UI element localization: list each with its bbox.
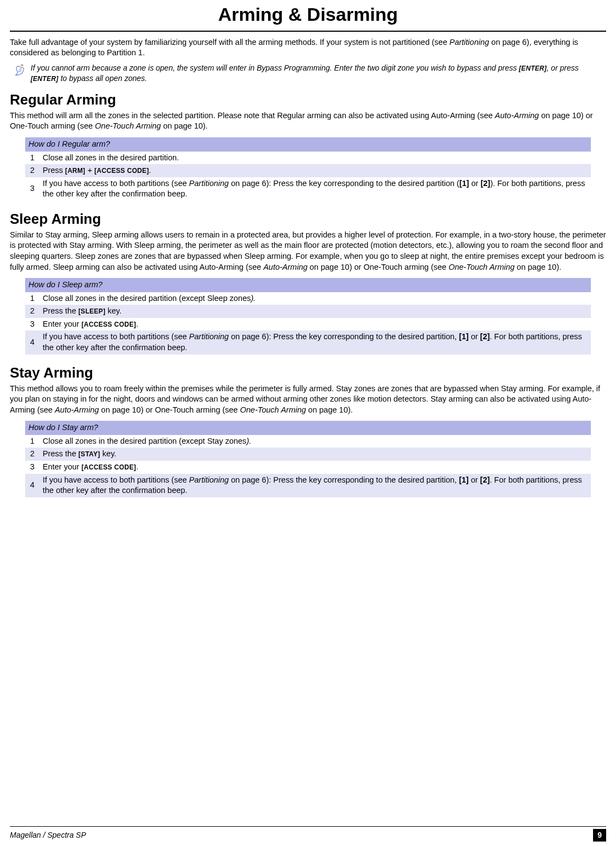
sa-b: on page 10) or One-Touch arming (see — [307, 263, 449, 271]
st-c: on page 10). — [306, 405, 352, 414]
note-icon — [14, 63, 26, 77]
note-t2: , or press — [547, 63, 578, 72]
sleep-arm-steps: How do I Sleep arm? 1Close all zones in … — [25, 278, 591, 354]
step-num: 3 — [25, 177, 39, 201]
regular-arming-body: This method will arm all the zones in th… — [10, 111, 606, 132]
bypass-note: If you cannot arm because a zone is open… — [14, 63, 606, 84]
ra-ref2: One-Touch Arming — [95, 121, 161, 130]
table-row: 2Press [ARM] + [ACCESS CODE]. — [25, 164, 591, 177]
st-ref1: Auto-Arming — [55, 405, 99, 414]
regular-arm-steps: How do I Regular arm? 1Close all zones i… — [25, 137, 591, 201]
stay-table-header: How do I Stay arm? — [25, 421, 591, 435]
intro-paragraph: Take full advantage of your system by fa… — [10, 37, 606, 59]
table-row: 2Press the [STAY] key. — [25, 448, 591, 461]
ra-c: on page 10). — [161, 121, 207, 130]
step-text: If you have access to both partitions (s… — [39, 177, 591, 201]
step-num: 1 — [25, 292, 39, 305]
table-row: 3Enter your [ACCESS CODE]. — [25, 318, 591, 331]
st-b: on page 10) or One-Touch arming (see — [99, 405, 240, 414]
table-row: 4If you have access to both partitions (… — [25, 330, 591, 354]
table-row: 1Close all zones in the desired partitio… — [25, 292, 591, 305]
step-num: 2 — [25, 164, 39, 177]
sleep-arming-body: Similar to Stay arming, Sleep arming all… — [10, 230, 606, 272]
table-row: 1Close all zones in the desired partitio… — [25, 152, 591, 165]
step-num: 1 — [25, 152, 39, 165]
step-text: Enter your [ACCESS CODE]. — [39, 461, 591, 474]
step-text: If you have access to both partitions (s… — [39, 330, 591, 354]
intro-text-a: Take full advantage of your system by fa… — [10, 38, 450, 47]
stay-arming-heading: Stay Arming — [10, 363, 606, 382]
step-text: Press [ARM] + [ACCESS CODE]. — [39, 164, 591, 177]
page-footer: Magellan / Spectra SP 9 — [10, 826, 606, 842]
ra-ref1: Auto-Arming — [495, 111, 539, 120]
table-row: 3Enter your [ACCESS CODE]. — [25, 461, 591, 474]
step-num: 2 — [25, 448, 39, 461]
note-t3: to bypass all open zones. — [59, 74, 147, 83]
page-title: Arming & Disarming — [10, 0, 606, 32]
note-key2: [ENTER] — [31, 74, 59, 83]
table-row: 4If you have access to both partitions (… — [25, 474, 591, 497]
note-key1: [ENTER] — [519, 63, 547, 72]
table-row: 2Press the [SLEEP] key. — [25, 305, 591, 318]
step-text: Press the [STAY] key. — [39, 448, 591, 461]
step-num: 3 — [25, 461, 39, 474]
footer-page-number: 9 — [593, 829, 606, 842]
sa-ref1: Auto-Arming — [263, 263, 307, 271]
note-t1: If you cannot arm because a zone is open… — [31, 63, 519, 72]
stay-arm-steps: How do I Stay arm? 1Close all zones in t… — [25, 421, 591, 497]
note-text: If you cannot arm because a zone is open… — [31, 63, 606, 84]
sleep-arming-heading: Sleep Arming — [10, 210, 606, 229]
step-num: 4 — [25, 330, 39, 354]
step-text: Close all zones in the desired partition… — [39, 152, 591, 165]
ra-a: This method will arm all the zones in th… — [10, 111, 495, 120]
table-row: 1Close all zones in the desired partitio… — [25, 435, 591, 448]
sa-ref2: One-Touch Arming — [449, 263, 515, 271]
step-text: Press the [SLEEP] key. — [39, 305, 591, 318]
step-text: Close all zones in the desired partition… — [39, 435, 591, 448]
footer-product: Magellan / Spectra SP — [10, 830, 86, 840]
stay-arming-body: This method allows you to roam freely wi… — [10, 384, 606, 416]
table-row: 3If you have access to both partitions (… — [25, 177, 591, 201]
step-num: 3 — [25, 318, 39, 331]
st-ref2: One-Touch Arming — [240, 405, 306, 414]
regular-table-header: How do I Regular arm? — [25, 137, 591, 152]
step-num: 1 — [25, 435, 39, 448]
sleep-table-header: How do I Sleep arm? — [25, 278, 591, 292]
step-num: 2 — [25, 305, 39, 318]
sa-c: on page 10). — [515, 263, 561, 271]
intro-ref: Partitioning — [450, 38, 490, 47]
step-text: If you have access to both partitions (s… — [39, 474, 591, 497]
step-text: Close all zones in the desired partition… — [39, 292, 591, 305]
step-num: 4 — [25, 474, 39, 497]
step-text: Enter your [ACCESS CODE]. — [39, 318, 591, 331]
regular-arming-heading: Regular Arming — [10, 90, 606, 109]
